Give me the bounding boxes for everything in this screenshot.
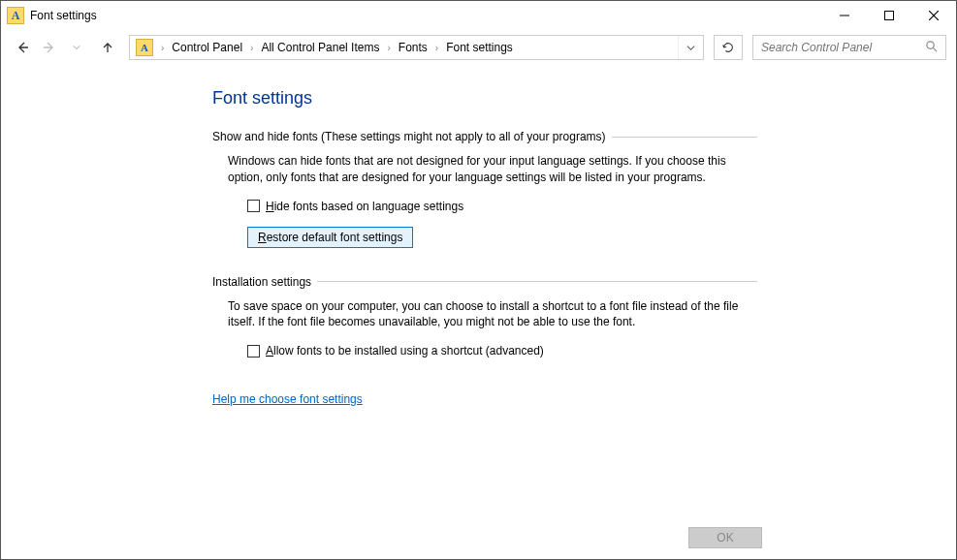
breadcrumb-item[interactable]: Font settings [440, 41, 519, 54]
divider [612, 137, 757, 138]
checkbox[interactable] [247, 200, 260, 212]
recent-dropdown[interactable] [65, 36, 88, 59]
window: A Font settings A [0, 0, 957, 560]
fonts-folder-icon: A [7, 7, 24, 24]
content: Font settings Show and hide fonts (These… [1, 65, 956, 516]
page-title: Font settings [212, 88, 956, 109]
group-header: Show and hide fonts (These settings migh… [212, 130, 612, 143]
divider [317, 281, 757, 282]
group-show-hide-fonts: Show and hide fonts (These settings migh… [212, 130, 757, 248]
refresh-button[interactable] [714, 35, 743, 60]
close-icon [929, 11, 939, 20]
footer: OK [1, 516, 956, 559]
checkbox-label: Allow fonts to be installed using a shor… [266, 344, 544, 358]
crumb-sep-icon: › [385, 43, 392, 53]
svg-point-4 [927, 42, 934, 48]
crumb-sep-icon: › [433, 43, 440, 53]
search-icon [925, 40, 938, 55]
address-dropdown[interactable] [678, 36, 703, 59]
svg-line-5 [933, 47, 937, 51]
allow-shortcut-checkbox-row[interactable]: Allow fonts to be installed using a shor… [247, 344, 757, 358]
svg-rect-1 [885, 12, 894, 20]
checkbox[interactable] [247, 345, 260, 358]
fonts-folder-icon: A [136, 39, 153, 56]
group-description: Windows can hide fonts that are not desi… [228, 153, 757, 186]
group-description: To save space on your computer, you can … [228, 298, 757, 331]
refresh-icon [721, 41, 735, 54]
forward-button[interactable] [38, 36, 61, 59]
checkbox-label: Hide fonts based on language settings [266, 200, 463, 213]
breadcrumb-item[interactable]: All Control Panel Items [255, 41, 385, 54]
minimize-button[interactable] [822, 1, 867, 30]
crumb-sep-icon: › [248, 43, 255, 53]
maximize-icon [884, 11, 894, 20]
crumb-sep-icon: › [159, 43, 166, 53]
search-input[interactable] [761, 41, 925, 54]
back-arrow-icon [15, 40, 30, 55]
address-bar[interactable]: A › Control Panel › All Control Panel It… [129, 35, 704, 60]
navbar: A › Control Panel › All Control Panel It… [1, 30, 956, 65]
ok-button[interactable]: OK [688, 527, 762, 548]
hide-fonts-checkbox-row[interactable]: Hide fonts based on language settings [247, 200, 757, 213]
minimize-icon [840, 11, 849, 20]
close-button[interactable] [911, 1, 956, 30]
restore-default-button[interactable]: Restore default font settings [247, 227, 413, 248]
window-title: Font settings [30, 9, 97, 22]
chevron-down-icon [686, 44, 695, 52]
search-box[interactable] [752, 35, 946, 60]
up-button[interactable] [96, 36, 119, 59]
up-arrow-icon [100, 40, 115, 55]
group-installation-settings: Installation settings To save space on y… [212, 275, 757, 358]
breadcrumb-item[interactable]: Control Panel [166, 41, 248, 54]
back-button[interactable] [11, 36, 34, 59]
breadcrumb-item[interactable]: Fonts [393, 41, 433, 54]
group-header: Installation settings [212, 275, 317, 289]
forward-arrow-icon [42, 40, 57, 55]
maximize-button[interactable] [867, 1, 911, 30]
help-link[interactable]: Help me choose font settings [212, 392, 363, 406]
titlebar: A Font settings [1, 1, 956, 30]
chevron-down-icon [73, 44, 80, 51]
